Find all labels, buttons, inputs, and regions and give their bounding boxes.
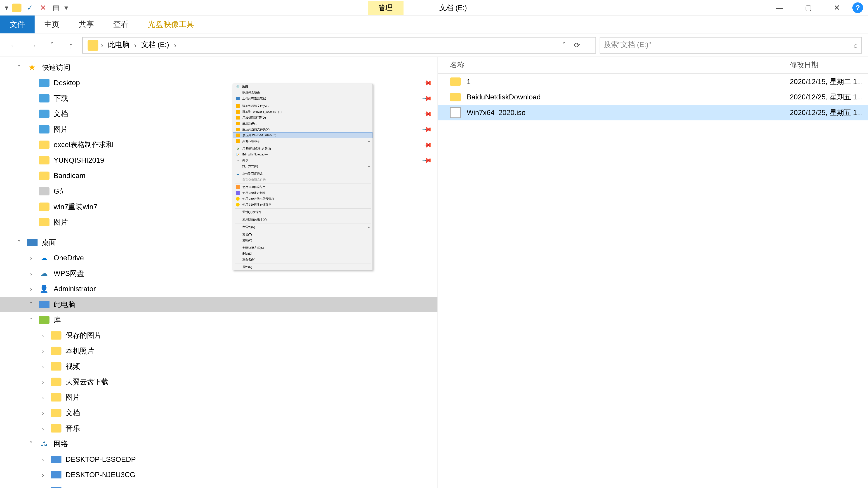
context-menu-item[interactable]: 解压到当前文件夹(X) xyxy=(233,127,373,132)
chevron-icon[interactable]: › xyxy=(39,363,46,369)
context-menu-item[interactable]: 添加到 "Win7x64_2020.zip" (T) xyxy=(233,109,373,115)
tree-item[interactable]: ›视频 xyxy=(0,359,438,374)
tree-icon xyxy=(50,469,62,480)
chevron-icon[interactable]: ˅ xyxy=(16,239,23,246)
context-menu-item[interactable]: 还原以前的版本(V) xyxy=(233,217,373,223)
chevron-icon[interactable]: ˅ xyxy=(27,301,35,308)
tree-icon xyxy=(38,155,50,166)
tree-item[interactable]: ›DESKTOP-LSSOEDP xyxy=(0,452,438,467)
context-menu-item[interactable]: 创建快捷方式(S) xyxy=(233,245,373,251)
context-menu-item[interactable]: 添加到压缩文件(A)... xyxy=(233,103,373,109)
tab-home[interactable]: 主页 xyxy=(35,15,69,33)
chevron-icon[interactable]: › xyxy=(39,348,46,354)
file-date: 2020/12/15, 星期二 1... xyxy=(790,76,868,87)
context-menu-item[interactable]: 使用 360管理右键菜单 xyxy=(233,202,373,207)
context-menu-item[interactable]: 其他压缩命令▸ xyxy=(233,138,373,144)
search-input[interactable]: 搜索"文档 (E:)" ⌕ xyxy=(600,37,862,53)
up-button[interactable]: ↑ xyxy=(63,37,79,53)
context-menu-item[interactable]: 剪切(T) xyxy=(233,232,373,237)
breadcrumb-part[interactable]: 此电脑 xyxy=(105,40,132,50)
chevron-icon[interactable]: › xyxy=(39,410,46,416)
context-tab[interactable]: 管理 xyxy=(368,1,403,15)
props-icon[interactable]: ▤ xyxy=(51,3,61,12)
context-menu-item[interactable]: 解压到 Win7x64_2020\ (E) xyxy=(233,132,373,138)
context-menu-item[interactable]: ✿用 蜂蜜浏览器 浏览(3) xyxy=(233,146,373,152)
context-menu-item[interactable]: 重命名(M) xyxy=(233,257,373,263)
context-menu-item[interactable]: 通过QQ发送到 xyxy=(233,209,373,215)
help-icon[interactable]: ? xyxy=(852,2,863,13)
context-menu-item[interactable]: 📝Edit with Notepad++ xyxy=(233,152,373,158)
context-menu-item[interactable]: 属性(R) xyxy=(233,264,373,270)
tree-item[interactable]: ›👤Administrator xyxy=(0,281,438,297)
context-menu-item[interactable]: 使用 360强力删除 xyxy=(233,190,373,196)
tree-item[interactable]: ›本机照片 xyxy=(0,343,438,359)
chevron-right-icon[interactable]: › xyxy=(134,41,136,49)
tree-item[interactable]: ˅★快速访问 xyxy=(0,60,438,75)
tree-item[interactable]: ›图片 xyxy=(0,390,438,405)
tree-item[interactable]: ›文档 xyxy=(0,405,438,421)
back-button[interactable]: ← xyxy=(6,37,22,53)
chevron-icon[interactable]: ˅ xyxy=(27,441,35,447)
context-menu-item[interactable]: 使用 360进行木马云查杀 xyxy=(233,196,373,202)
chevron-icon[interactable]: › xyxy=(39,456,46,463)
chevron-icon[interactable]: ˅ xyxy=(16,64,23,70)
qat-dropdown-icon[interactable]: ▾ xyxy=(5,4,8,12)
context-menu-item[interactable]: 复制(C) xyxy=(233,237,373,243)
tree-item[interactable]: ˅🖧网络 xyxy=(0,436,438,452)
folder-icon[interactable] xyxy=(12,3,22,12)
chevron-icon[interactable]: › xyxy=(39,487,46,488)
chevron-icon[interactable]: ˅ xyxy=(27,317,35,323)
chevron-icon[interactable]: › xyxy=(39,471,46,478)
column-name[interactable]: 名称 xyxy=(450,60,790,70)
file-row[interactable]: 12020/12/15, 星期二 1...文件夹 xyxy=(438,74,868,90)
chevron-icon[interactable]: › xyxy=(27,286,35,292)
chevron-icon[interactable]: › xyxy=(27,255,35,261)
chevron-icon[interactable]: › xyxy=(39,332,46,339)
file-row[interactable]: Win7x64_2020.iso2020/12/25, 星期五 1...光盘映像… xyxy=(438,105,868,121)
context-menu-item[interactable]: 上传到有道云笔记 xyxy=(233,96,373,101)
chevron-right-icon[interactable]: › xyxy=(174,41,176,49)
tab-file[interactable]: 文件 xyxy=(0,15,35,33)
tree-item[interactable]: ˅此电脑 xyxy=(0,297,438,312)
breadcrumb-dropdown-icon[interactable]: ˅ xyxy=(556,37,572,53)
context-menu-item[interactable]: 打开方式(H)▸ xyxy=(233,163,373,169)
tab-disc-tools[interactable]: 光盘映像工具 xyxy=(138,15,204,33)
chevron-icon[interactable]: › xyxy=(27,270,35,277)
context-menu-item[interactable]: 解压到(F)... xyxy=(233,121,373,127)
tree-item[interactable]: ›保存的图片 xyxy=(0,328,438,343)
delete-icon[interactable]: ✕ xyxy=(38,3,48,12)
refresh-button[interactable]: ⟳ xyxy=(574,41,591,49)
minimize-button[interactable]: — xyxy=(767,0,793,16)
tree-label: 图片 xyxy=(66,392,80,402)
file-row[interactable]: BaiduNetdiskDownload2020/12/25, 星期五 1...… xyxy=(438,90,868,105)
context-menu-item[interactable]: 用360压缩打开(Q) xyxy=(233,115,373,121)
forward-button[interactable]: → xyxy=(25,37,41,53)
chevron-right-icon[interactable]: › xyxy=(101,41,103,49)
tab-share[interactable]: 共享 xyxy=(69,15,104,33)
maximize-button[interactable]: ▢ xyxy=(795,0,822,16)
tree-item[interactable]: ›音乐 xyxy=(0,421,438,436)
tree-item[interactable]: ›天翼云盘下载 xyxy=(0,374,438,390)
context-menu-item[interactable]: ↗共享 xyxy=(233,158,373,163)
menu-item-label: 使用 360进行木马云查杀 xyxy=(242,197,370,201)
recent-dropdown-icon[interactable]: ˅ xyxy=(44,37,60,53)
context-menu-item[interactable]: 发送到(N)▸ xyxy=(233,224,373,230)
chevron-icon[interactable]: › xyxy=(39,425,46,431)
chevron-icon[interactable]: › xyxy=(39,379,46,385)
tree-item[interactable]: ›PC-20190530OBLA xyxy=(0,483,438,488)
tree-item[interactable]: ˅库 xyxy=(0,312,438,328)
column-date[interactable]: 修改日期 xyxy=(790,60,868,70)
breadcrumb-part[interactable]: 文档 (E:) xyxy=(139,40,171,50)
qat-more-icon[interactable]: ▾ xyxy=(64,4,68,12)
context-menu-item[interactable]: 刻录光盘映像 xyxy=(233,90,373,96)
context-menu-item[interactable]: 删除(D) xyxy=(233,251,373,257)
breadcrumb[interactable]: › 此电脑 › 文档 (E:) › ˅ ⟳ xyxy=(82,37,596,53)
context-menu-item[interactable]: ☁上传到百度云盘 xyxy=(233,171,373,177)
chevron-icon[interactable]: › xyxy=(39,394,46,400)
close-button[interactable]: ✕ xyxy=(824,0,850,16)
tab-view[interactable]: 查看 xyxy=(104,15,138,33)
context-menu-item[interactable]: 💿装载 xyxy=(233,84,373,90)
context-menu-item[interactable]: 使用 360解除占用 xyxy=(233,184,373,190)
tree-item[interactable]: ›DESKTOP-NJEU3CG xyxy=(0,467,438,483)
save-icon[interactable]: ✓ xyxy=(25,3,35,12)
